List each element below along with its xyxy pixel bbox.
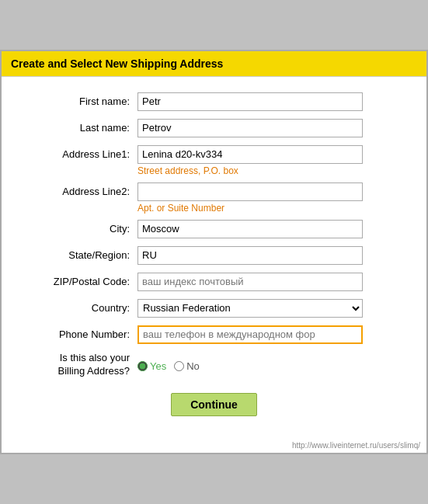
yes-label: Yes [150,360,166,372]
main-window: Create and Select New Shipping Address F… [0,50,428,455]
last-name-row: Last name: [25,119,403,137]
form-body: First name: Last name: Address Line1: St… [2,77,426,440]
zip-row: ZIP/Postal Code: [25,273,403,291]
city-row: City: [25,220,403,238]
city-input[interactable] [137,220,363,238]
billing-row: Is this also your Billing Address? Yes N… [25,352,403,378]
continue-button[interactable]: Continue [171,393,257,416]
billing-radio-group: Yes No [137,357,200,372]
address2-input[interactable] [137,182,363,201]
address1-row: Address Line1: [25,145,403,164]
address2-label: Address Line2: [25,182,137,197]
no-label: No [186,360,200,372]
no-option[interactable]: No [174,360,200,372]
state-label: State/Region: [25,246,137,261]
country-label: Country: [25,299,137,314]
first-name-label: First name: [25,92,137,107]
window-title: Create and Select New Shipping Address [11,57,223,70]
address1-hint: Street address, P.O. box [137,165,403,176]
country-row: Country: Russian Federation [25,299,403,318]
zip-input[interactable] [137,273,363,291]
phone-input[interactable] [137,325,363,344]
yes-radio[interactable] [137,361,148,371]
address1-input[interactable] [137,145,363,164]
button-row: Continue [25,393,403,416]
footer-url: http://www.liveinternet.ru/users/slimq/ [2,440,426,453]
last-name-label: Last name: [25,119,137,134]
address2-hint: Apt. or Suite Number [137,203,403,214]
zip-label: ZIP/Postal Code: [25,273,137,287]
no-radio[interactable] [174,361,184,371]
first-name-input[interactable] [137,92,363,111]
billing-label: Is this also your Billing Address? [25,352,137,378]
last-name-input[interactable] [137,119,363,137]
address1-label: Address Line1: [25,145,137,160]
phone-label: Phone Number: [25,325,137,340]
state-row: State/Region: [25,246,403,265]
yes-option[interactable]: Yes [137,360,166,372]
state-input[interactable] [137,246,363,265]
title-bar: Create and Select New Shipping Address [2,51,426,77]
country-select[interactable]: Russian Federation [137,299,363,318]
city-label: City: [25,220,137,235]
first-name-row: First name: [25,92,403,111]
phone-row: Phone Number: [25,325,403,344]
address2-row: Address Line2: [25,182,403,201]
